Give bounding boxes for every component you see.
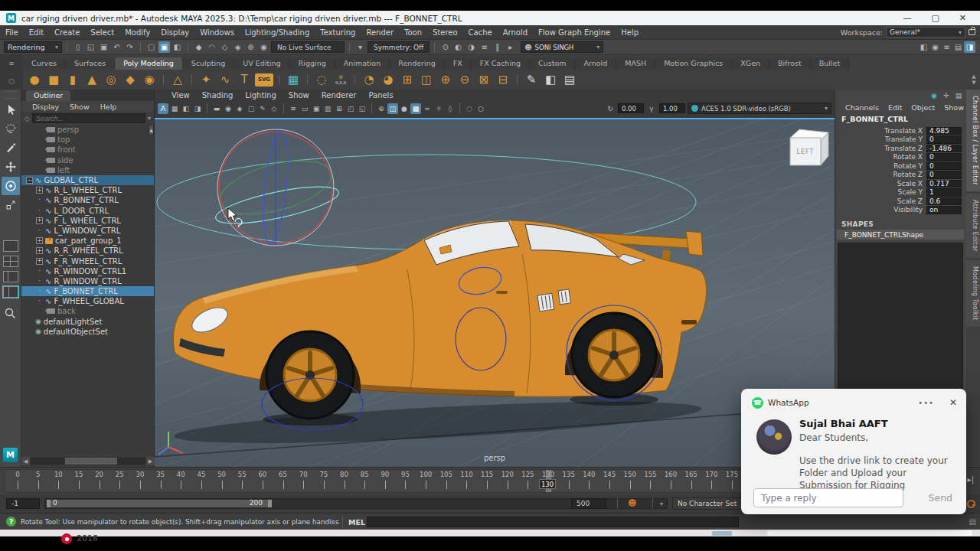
snap-point-icon[interactable]: ◇ [219,41,230,53]
paint-select-tool[interactable] [2,139,20,157]
shelf-tab-arnold[interactable]: Arnold [576,57,617,70]
auto-keyframe-icon[interactable] [966,499,975,508]
look-through-icon[interactable]: ◉ [223,103,234,114]
fog-icon[interactable]: ≈ [422,103,433,114]
shelf-tab-sculpting[interactable]: Sculpting [183,57,234,70]
channel-attribute-value[interactable]: 0 [926,162,962,171]
outliner-search-input[interactable] [32,113,145,123]
select-hierarchy-icon[interactable]: ▢ [145,41,157,53]
reset-pivot-icon[interactable]: ✳0,0,0 [332,71,349,88]
workspace-select[interactable]: General* ▾ [886,27,965,37]
menu-set-dropdown[interactable]: Rendering▾ [4,41,62,53]
lock-camera-icon[interactable]: ◈ [234,103,245,114]
gamma-field[interactable]: 1.00 [659,103,685,113]
shelf-tab-bifrost[interactable]: Bifrost [769,57,811,70]
menu-display[interactable]: Display [155,25,194,40]
snap-view-icon[interactable]: ⊕ [245,41,256,53]
outliner-item-f_wheel_global[interactable]: ·∿F_WHEEL_GLOBAL [21,296,154,306]
channel-box-node-name[interactable]: F_BONNET_CTRL [841,115,908,123]
channel-attribute-value[interactable]: on [926,206,962,214]
expander-icon[interactable]: − [26,177,33,184]
chevron-down-icon[interactable]: ▾ [660,500,663,507]
menu-texturing[interactable]: Texturing [315,25,361,40]
svg-tool-icon[interactable]: SVG [255,73,273,86]
whatsapp-notification[interactable]: ☎ WhatsApp ••• ✕ Sujal Bhai AAFT Dear St… [741,389,966,514]
expander-icon[interactable]: + [36,237,43,244]
poly-disc-icon[interactable]: ◉ [141,71,158,88]
textured-mode-icon[interactable]: ▭ [299,103,310,114]
outliner-tab[interactable]: Outliner [26,90,70,101]
side-tab-channel-box-layer-editor[interactable]: Channel Box / Layer Editor [966,90,980,191]
shelf-tab-poly-modeling[interactable]: Poly Modeling [115,57,183,70]
shelf-tab-fx-caching[interactable]: FX Caching [472,57,530,70]
mirror-icon[interactable]: ◫ [418,71,435,88]
snap-curve-icon[interactable]: ◠ [206,41,217,53]
xray-icon[interactable]: ⊕ [376,103,387,114]
shelf-tab-surfaces[interactable]: Surfaces [66,57,115,70]
outliner-item-f_r_wheel_ctrl[interactable]: +∿F_R_WHEEL_CTRL [21,256,154,266]
animation-start-field[interactable]: -1 [6,498,40,509]
grease-pencil-icon[interactable]: ✎ [257,103,268,114]
lock-icon[interactable] [969,29,975,35]
outliner-item-f_bonnet_ctrl[interactable]: ·∿F_BONNET_CTRL [21,286,154,296]
viewport-menu-lighting[interactable]: Lighting [239,91,282,99]
channel-attribute-value[interactable]: 0.6 [926,197,962,206]
script-editor-icon[interactable]: ▤ [969,517,976,526]
layout-outliner-persp-button[interactable] [3,286,18,298]
layout-single-pane-button[interactable] [3,240,18,252]
magnifier-icon[interactable] [2,304,20,322]
outliner-vertical-scrollbar[interactable]: ▲ [149,125,154,135]
shelf-tab-rigging[interactable]: Rigging [290,57,335,70]
outliner-item-r_bonnet_ctrl[interactable]: ·∿R_BONNET_CTRL [21,195,154,205]
mel-command-input[interactable] [367,517,739,527]
exposure-icon[interactable]: ↻ [605,103,616,114]
menu-toon[interactable]: Toon [399,25,427,40]
scroll-right-icon[interactable]: ▶ [146,457,155,465]
shelf-tab-motion-graphics[interactable]: Motion Graphics [655,57,732,70]
close-icon[interactable]: ✕ [949,397,957,408]
exposure-field[interactable]: 0.00 [618,103,644,113]
planes-icon[interactable]: ◊ [445,103,456,114]
channel-list-icon[interactable]: ▤ [954,91,963,100]
combine-icon[interactable]: ⊠ [475,71,492,88]
camera-attributes-icon[interactable]: ▦ [169,103,180,114]
menu-windows[interactable]: Windows [194,25,240,40]
menu-modify[interactable]: Modify [119,25,155,40]
snap-projected-icon[interactable]: ◈ [232,41,243,53]
outliner-item-defaultlightset[interactable]: ◉defaultLightSet [21,317,154,327]
poly-cone-icon[interactable]: ▲ [83,71,100,88]
shelf-tab-menu-icon[interactable]: ≡ [8,60,15,67]
channel-attribute-value[interactable]: -1.486 [926,145,962,153]
curve-tool-icon[interactable]: ∿ [217,71,234,88]
channel-history-icon[interactable]: ◉ [929,91,939,100]
expander-icon[interactable]: + [36,187,43,194]
anti-alias-icon[interactable]: ◱ [357,103,368,114]
channelbox-menu-channels[interactable]: Channels [841,103,883,112]
modeling-toolkit-icon[interactable]: ▦ [285,71,302,88]
lasso-select-tool[interactable] [2,119,20,138]
outliner-item-r_window_ctrl1[interactable]: ·∿R_WINDOW_CTRL1 [21,266,154,276]
channel-pin-icon[interactable]: ✛ [942,91,951,100]
sweep-mesh-icon[interactable]: ✦ [198,71,214,88]
scale-tool[interactable] [2,196,20,214]
outliner-item-r_l_wheel_ctrl[interactable]: +∿R_L_WHEEL_CTRL [21,185,154,195]
screen-space-ao-icon[interactable]: ⊞ [334,103,345,114]
previous-view-icon[interactable]: ▬ [211,103,222,114]
symmetry-field[interactable]: Symmetry: Off [368,41,430,53]
outliner-horizontal-scrollbar[interactable]: ◀ ▶ [21,457,155,465]
open-scene-icon[interactable]: ◱ [85,41,96,53]
send-button[interactable]: Send [929,492,952,504]
scrollbar-thumb[interactable] [65,458,117,465]
platonic-solid-icon[interactable]: △ [169,71,186,88]
close-button[interactable]: ✕ [959,11,966,25]
render-frame-icon[interactable]: ◐ [452,41,464,53]
expander-icon[interactable]: + [36,217,43,224]
range-end-handle[interactable] [268,500,272,507]
mel-label[interactable]: MEL [348,518,365,527]
soft-select-icon[interactable]: ◌ [313,71,330,88]
modeling-toolkit-toggle-icon[interactable]: ◧ [918,41,929,53]
insert-edge-loop-icon[interactable]: ▤ [561,71,578,88]
bookmark-icon[interactable]: ◧ [181,103,191,114]
menu-file[interactable]: File [0,25,24,40]
new-scene-icon[interactable]: ▯ [72,41,83,53]
